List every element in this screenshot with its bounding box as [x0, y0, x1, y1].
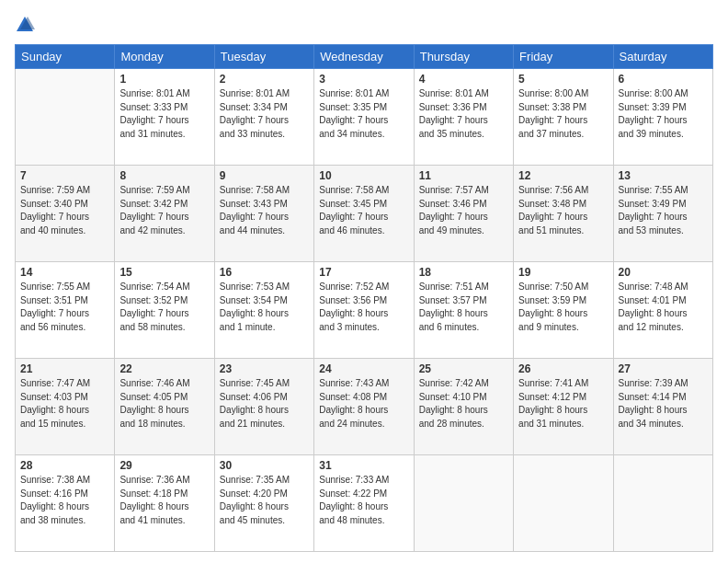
- day-number: 26: [518, 362, 608, 375]
- calendar-cell: 31Sunrise: 7:33 AMSunset: 4:22 PMDayligh…: [314, 455, 414, 552]
- day-info: Sunrise: 7:42 AMSunset: 4:10 PMDaylight:…: [419, 377, 508, 431]
- calendar-cell: 15Sunrise: 7:54 AMSunset: 3:52 PMDayligh…: [115, 262, 214, 359]
- day-info: Sunrise: 7:47 AMSunset: 4:03 PMDaylight:…: [20, 377, 109, 431]
- weekday-header-monday: Monday: [115, 45, 214, 69]
- day-number: 6: [619, 73, 708, 86]
- calendar-cell: 20Sunrise: 7:48 AMSunset: 4:01 PMDayligh…: [613, 262, 712, 359]
- calendar-cell: 26Sunrise: 7:41 AMSunset: 4:12 PMDayligh…: [514, 359, 613, 455]
- day-info: Sunrise: 7:33 AMSunset: 4:22 PMDaylight:…: [319, 474, 408, 527]
- calendar-cell: [514, 455, 613, 552]
- header: [15, 15, 713, 35]
- day-number: 25: [419, 362, 508, 375]
- day-info: Sunrise: 7:51 AMSunset: 3:57 PMDaylight:…: [419, 281, 508, 334]
- day-number: 4: [419, 73, 508, 86]
- day-number: 22: [119, 362, 209, 375]
- calendar-cell: 3Sunrise: 8:01 AMSunset: 3:35 PMDaylight…: [314, 69, 414, 166]
- calendar-cell: 27Sunrise: 7:39 AMSunset: 4:14 PMDayligh…: [613, 359, 712, 455]
- calendar-cell: 17Sunrise: 7:52 AMSunset: 3:56 PMDayligh…: [314, 262, 414, 359]
- day-number: 18: [419, 266, 508, 279]
- weekday-header-thursday: Thursday: [414, 45, 513, 69]
- calendar-cell: 18Sunrise: 7:51 AMSunset: 3:57 PMDayligh…: [414, 262, 513, 359]
- day-info: Sunrise: 7:41 AMSunset: 4:12 PMDaylight:…: [518, 377, 608, 431]
- week-row-2: 7Sunrise: 7:59 AMSunset: 3:40 PMDaylight…: [16, 166, 713, 262]
- logo: [15, 15, 39, 35]
- day-number: 31: [319, 459, 408, 472]
- day-info: Sunrise: 7:56 AMSunset: 3:48 PMDaylight:…: [518, 184, 608, 237]
- day-info: Sunrise: 8:01 AMSunset: 3:33 PMDaylight:…: [119, 87, 209, 141]
- week-row-3: 14Sunrise: 7:55 AMSunset: 3:51 PMDayligh…: [16, 262, 713, 359]
- calendar-cell: 6Sunrise: 8:00 AMSunset: 3:39 PMDaylight…: [613, 69, 712, 166]
- day-number: 27: [619, 362, 708, 375]
- day-number: 19: [518, 266, 608, 279]
- day-info: Sunrise: 7:39 AMSunset: 4:14 PMDaylight:…: [619, 377, 708, 431]
- day-number: 10: [319, 169, 408, 182]
- calendar-cell: 12Sunrise: 7:56 AMSunset: 3:48 PMDayligh…: [514, 166, 613, 262]
- calendar-cell: 24Sunrise: 7:43 AMSunset: 4:08 PMDayligh…: [314, 359, 414, 455]
- day-number: 13: [619, 169, 708, 182]
- day-number: 7: [20, 169, 109, 182]
- calendar-table: SundayMondayTuesdayWednesdayThursdayFrid…: [15, 44, 713, 552]
- calendar-cell: 29Sunrise: 7:36 AMSunset: 4:18 PMDayligh…: [115, 455, 214, 552]
- calendar-cell: [414, 455, 513, 552]
- day-info: Sunrise: 7:58 AMSunset: 3:45 PMDaylight:…: [319, 184, 408, 237]
- day-number: 23: [220, 362, 309, 375]
- calendar-cell: 14Sunrise: 7:55 AMSunset: 3:51 PMDayligh…: [16, 262, 115, 359]
- day-info: Sunrise: 7:55 AMSunset: 3:51 PMDaylight:…: [20, 281, 109, 334]
- day-number: 2: [220, 73, 309, 86]
- day-info: Sunrise: 7:46 AMSunset: 4:05 PMDaylight:…: [119, 377, 209, 431]
- day-number: 1: [119, 73, 209, 86]
- day-info: Sunrise: 7:58 AMSunset: 3:43 PMDaylight:…: [220, 184, 309, 237]
- calendar-cell: 2Sunrise: 8:01 AMSunset: 3:34 PMDaylight…: [214, 69, 313, 166]
- calendar-cell: 28Sunrise: 7:38 AMSunset: 4:16 PMDayligh…: [16, 455, 115, 552]
- day-info: Sunrise: 8:01 AMSunset: 3:36 PMDaylight:…: [419, 87, 508, 141]
- calendar-cell: [16, 69, 115, 166]
- day-info: Sunrise: 7:50 AMSunset: 3:59 PMDaylight:…: [518, 281, 608, 334]
- day-info: Sunrise: 7:59 AMSunset: 3:42 PMDaylight:…: [119, 184, 209, 237]
- calendar-cell: 21Sunrise: 7:47 AMSunset: 4:03 PMDayligh…: [16, 359, 115, 455]
- day-number: 28: [20, 459, 109, 472]
- calendar-cell: 22Sunrise: 7:46 AMSunset: 4:05 PMDayligh…: [115, 359, 214, 455]
- day-number: 11: [419, 169, 508, 182]
- day-info: Sunrise: 7:52 AMSunset: 3:56 PMDaylight:…: [319, 281, 408, 334]
- day-number: 9: [220, 169, 309, 182]
- day-info: Sunrise: 7:53 AMSunset: 3:54 PMDaylight:…: [220, 281, 309, 334]
- day-info: Sunrise: 8:01 AMSunset: 3:34 PMDaylight:…: [220, 87, 309, 141]
- weekday-header-wednesday: Wednesday: [314, 45, 414, 69]
- day-info: Sunrise: 7:35 AMSunset: 4:20 PMDaylight:…: [220, 474, 309, 527]
- day-number: 5: [518, 73, 608, 86]
- day-info: Sunrise: 7:43 AMSunset: 4:08 PMDaylight:…: [319, 377, 408, 431]
- calendar-cell: 23Sunrise: 7:45 AMSunset: 4:06 PMDayligh…: [214, 359, 313, 455]
- day-info: Sunrise: 8:00 AMSunset: 3:38 PMDaylight:…: [518, 87, 608, 141]
- day-number: 15: [119, 266, 209, 279]
- day-info: Sunrise: 7:38 AMSunset: 4:16 PMDaylight:…: [20, 474, 109, 527]
- calendar-cell: 10Sunrise: 7:58 AMSunset: 3:45 PMDayligh…: [314, 166, 414, 262]
- day-number: 14: [20, 266, 109, 279]
- week-row-1: 1Sunrise: 8:01 AMSunset: 3:33 PMDaylight…: [16, 69, 713, 166]
- calendar-cell: 19Sunrise: 7:50 AMSunset: 3:59 PMDayligh…: [514, 262, 613, 359]
- calendar-cell: 11Sunrise: 7:57 AMSunset: 3:46 PMDayligh…: [414, 166, 513, 262]
- weekday-header-friday: Friday: [514, 45, 613, 69]
- day-info: Sunrise: 7:45 AMSunset: 4:06 PMDaylight:…: [220, 377, 309, 431]
- week-row-4: 21Sunrise: 7:47 AMSunset: 4:03 PMDayligh…: [16, 359, 713, 455]
- calendar-cell: 13Sunrise: 7:55 AMSunset: 3:49 PMDayligh…: [613, 166, 712, 262]
- weekday-header-sunday: Sunday: [16, 45, 115, 69]
- calendar-cell: 30Sunrise: 7:35 AMSunset: 4:20 PMDayligh…: [214, 455, 313, 552]
- calendar-cell: [613, 455, 712, 552]
- day-info: Sunrise: 7:57 AMSunset: 3:46 PMDaylight:…: [419, 184, 508, 237]
- logo-icon: [15, 15, 35, 35]
- day-number: 24: [319, 362, 408, 375]
- calendar-cell: 25Sunrise: 7:42 AMSunset: 4:10 PMDayligh…: [414, 359, 513, 455]
- calendar-cell: 1Sunrise: 8:01 AMSunset: 3:33 PMDaylight…: [115, 69, 214, 166]
- day-number: 30: [220, 459, 309, 472]
- weekday-header-tuesday: Tuesday: [214, 45, 313, 69]
- day-info: Sunrise: 7:48 AMSunset: 4:01 PMDaylight:…: [619, 281, 708, 334]
- day-info: Sunrise: 7:59 AMSunset: 3:40 PMDaylight:…: [20, 184, 109, 237]
- day-number: 20: [619, 266, 708, 279]
- day-number: 17: [319, 266, 408, 279]
- calendar-cell: 9Sunrise: 7:58 AMSunset: 3:43 PMDaylight…: [214, 166, 313, 262]
- weekday-header-saturday: Saturday: [613, 45, 712, 69]
- day-number: 16: [220, 266, 309, 279]
- calendar-page: SundayMondayTuesdayWednesdayThursdayFrid…: [0, 0, 728, 563]
- week-row-5: 28Sunrise: 7:38 AMSunset: 4:16 PMDayligh…: [16, 455, 713, 552]
- day-info: Sunrise: 8:00 AMSunset: 3:39 PMDaylight:…: [619, 87, 708, 141]
